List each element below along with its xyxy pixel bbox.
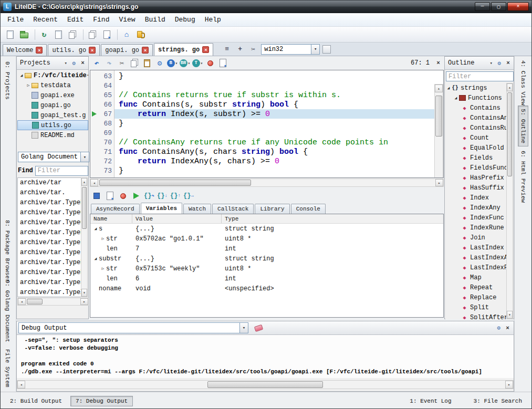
dock-tab-4-class-view[interactable]: 4: Class View: [518, 57, 528, 109]
column-header-type[interactable]: Type: [222, 214, 443, 223]
open-folder-icon[interactable]: [18, 28, 30, 41]
outline-item-count[interactable]: ◆Count: [445, 133, 507, 143]
outline-item-lastindexfu[interactable]: ◆LastIndexFu: [445, 263, 507, 272]
outline-item-indexfunc[interactable]: ◆IndexFunc: [445, 213, 507, 223]
outline-item-containsrun[interactable]: ◆ContainsRun: [445, 123, 507, 133]
outline-filter-input[interactable]: [446, 71, 514, 81]
step-into-icon[interactable]: {}↓: [157, 191, 168, 201]
menu-build[interactable]: Build: [140, 14, 170, 25]
list-item[interactable]: archive/tar.TypeCh: [18, 208, 81, 218]
maximize-button[interactable]: ▢: [491, 2, 506, 11]
twisty-icon[interactable]: ◢: [453, 96, 459, 100]
debug-external-icon[interactable]: [217, 57, 228, 69]
editor-vertical-scrollbar[interactable]: ▴ ▾: [434, 84, 443, 178]
variable-row-substr[interactable]: ◢substr{...}struct string: [90, 254, 443, 264]
paste-icon[interactable]: [141, 57, 153, 69]
tab-close-icon[interactable]: ×: [89, 47, 96, 54]
list-item[interactable]: archive/tar.TypeDir: [18, 228, 81, 238]
twisty-icon[interactable]: ◢: [445, 86, 452, 90]
add-editor-icon[interactable]: +: [235, 44, 245, 55]
debug-tab-variables[interactable]: Variables: [141, 203, 182, 214]
outline-vertical-scrollbar[interactable]: ▴ ▾: [506, 83, 513, 319]
editor-extra-button[interactable]: [322, 45, 331, 54]
code-line-68[interactable]: 68}: [90, 119, 434, 128]
scroll-down-icon[interactable]: ▾: [81, 289, 87, 297]
status-button-3-file-search[interactable]: 3: File Search: [468, 396, 527, 406]
scroll-right-icon[interactable]: ▸: [435, 179, 443, 186]
outline-item-index[interactable]: ◆Index: [445, 193, 507, 203]
scroll-left-icon[interactable]: ◂: [18, 298, 26, 305]
stop-debug-icon[interactable]: [91, 191, 102, 201]
output-select[interactable]: Debug Output ▾: [18, 322, 248, 333]
options-icon[interactable]: [134, 28, 147, 41]
undo-icon[interactable]: ↶: [91, 57, 102, 69]
menu-file[interactable]: File: [3, 14, 28, 25]
list-item[interactable]: archive/tar.: [18, 188, 81, 198]
dock-tab-0-projects[interactable]: 0: Projects: [2, 58, 13, 103]
tree-item-testdata[interactable]: ▷testdata: [17, 80, 88, 90]
menu-view[interactable]: View: [114, 14, 140, 25]
tab-utils-go[interactable]: utils. go×: [48, 44, 100, 56]
close-icon[interactable]: ×: [503, 324, 512, 332]
code-line-69[interactable]: 69: [90, 128, 434, 138]
outline-item-hasprefix[interactable]: ◆HasPrefix: [445, 173, 507, 183]
redo-icon[interactable]: ↷: [103, 57, 115, 69]
list-item[interactable]: archive/tar.TypeRe: [18, 268, 81, 278]
outline-group-functions[interactable]: ◢Functions: [445, 93, 507, 103]
outline-item-lastindexan[interactable]: ◆LastIndexAn: [445, 253, 507, 263]
copy-file-icon[interactable]: [86, 28, 99, 41]
gear-icon[interactable]: ⚙: [495, 59, 504, 67]
list-item[interactable]: archive/tar.TypeRe: [18, 258, 81, 268]
dock-tab-8-package-browser[interactable]: 8: Package Browser: [2, 217, 13, 286]
twisty-icon[interactable]: ◢: [92, 226, 99, 231]
start-debug-icon[interactable]: [204, 57, 216, 69]
tab-close-icon[interactable]: ×: [142, 47, 149, 54]
code-line-63[interactable]: 63}: [90, 71, 434, 81]
test-button[interactable]: T▾: [192, 57, 203, 69]
outline-item-join[interactable]: ◆Join: [445, 233, 507, 243]
variable-row-str[interactable]: ▷str0x57153c "weekly"uint8 *: [90, 264, 443, 274]
twisty-icon[interactable]: ▷: [100, 236, 106, 241]
status-button-1-event-log[interactable]: 1: Event Log: [404, 396, 456, 406]
twisty-icon[interactable]: ▷: [100, 266, 106, 271]
outline-root[interactable]: ◢{}strings: [445, 83, 507, 93]
scroll-left-icon[interactable]: ◂: [90, 179, 98, 186]
scroll-right-icon[interactable]: ▸: [505, 381, 513, 389]
debug-tab-watch[interactable]: Watch: [183, 204, 211, 214]
build-config-icon[interactable]: ⚙: [154, 57, 165, 69]
menu-help[interactable]: Help: [200, 14, 226, 25]
scroll-up-icon[interactable]: ▴: [507, 83, 513, 91]
reload-file-icon[interactable]: ↻: [38, 28, 50, 41]
export-file-icon[interactable]: [100, 28, 113, 41]
step-out-icon[interactable]: {}↑: [170, 191, 181, 201]
golang-document-select[interactable]: Golang Document ▾: [18, 152, 89, 162]
tree-item-utils-go[interactable]: utils.go: [17, 120, 88, 130]
outline-item-equalfold[interactable]: ◆EqualFold: [445, 143, 507, 153]
target-select[interactable]: win32 ▾: [261, 44, 320, 55]
outline-item-containsany[interactable]: ◆ContainsAny: [445, 113, 507, 123]
menu-edit[interactable]: Edit: [62, 14, 88, 25]
new-file-icon[interactable]: [4, 28, 16, 41]
outline-item-fields[interactable]: ◆Fields: [445, 153, 507, 163]
tab-close-icon[interactable]: ×: [36, 47, 43, 54]
menu-find[interactable]: Find: [88, 14, 114, 25]
list-item[interactable]: archive/tar.TypeXG: [18, 288, 81, 297]
variable-row-len[interactable]: len6int: [90, 274, 443, 284]
scroll-thumb[interactable]: [207, 381, 322, 388]
scroll-up-icon[interactable]: ▴: [435, 85, 443, 92]
projects-header-select[interactable]: Projects ▾: [18, 58, 69, 68]
column-header-value[interactable]: Value: [132, 214, 222, 223]
scroll-thumb[interactable]: [82, 187, 87, 229]
find-filter-input[interactable]: [35, 166, 88, 176]
code-line-72[interactable]: 72 return IndexAny(s, chars) >= 0: [90, 156, 434, 166]
chevron-down-icon[interactable]: ▾: [80, 152, 89, 162]
code-editor[interactable]: 63}6465// Contains returns true if subst…: [90, 70, 444, 178]
close-button[interactable]: ×: [507, 2, 529, 11]
api-list-vertical-scrollbar[interactable]: ▴ ▾: [81, 177, 88, 297]
debug-output-text[interactable]: -sep=", ": setup separators -v=false: ve…: [17, 335, 514, 378]
minimize-button[interactable]: ─: [475, 2, 490, 11]
scroll-right-icon[interactable]: ▸: [80, 298, 88, 305]
tree-item-goapi-test-g[interactable]: goapi_test.g: [17, 110, 88, 120]
scroll-thumb[interactable]: [507, 92, 512, 176]
gear-icon[interactable]: ⚙: [494, 324, 503, 332]
